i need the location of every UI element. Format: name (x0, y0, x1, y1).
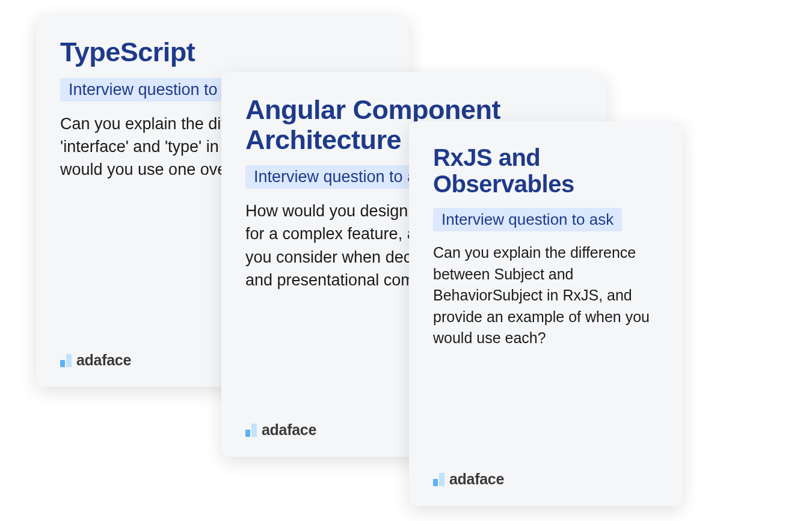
interview-card-rxjs: RxJS and Observables Interview question … (409, 121, 683, 506)
brand-name: adaface (76, 352, 131, 369)
brand-name: adaface (262, 421, 316, 439)
card-body: Can you explain the difference between S… (433, 242, 659, 349)
card-title: TypeScript (60, 37, 385, 67)
brand-logo: adaface (60, 352, 131, 369)
adaface-icon (245, 424, 257, 437)
brand-logo: adaface (433, 471, 504, 488)
adaface-icon (433, 473, 444, 486)
brand-logo: adaface (245, 421, 316, 439)
card-title: RxJS and Observables (433, 144, 659, 197)
adaface-icon (60, 354, 72, 367)
brand-name: adaface (449, 471, 504, 488)
interview-badge: Interview question to ask (433, 208, 622, 231)
